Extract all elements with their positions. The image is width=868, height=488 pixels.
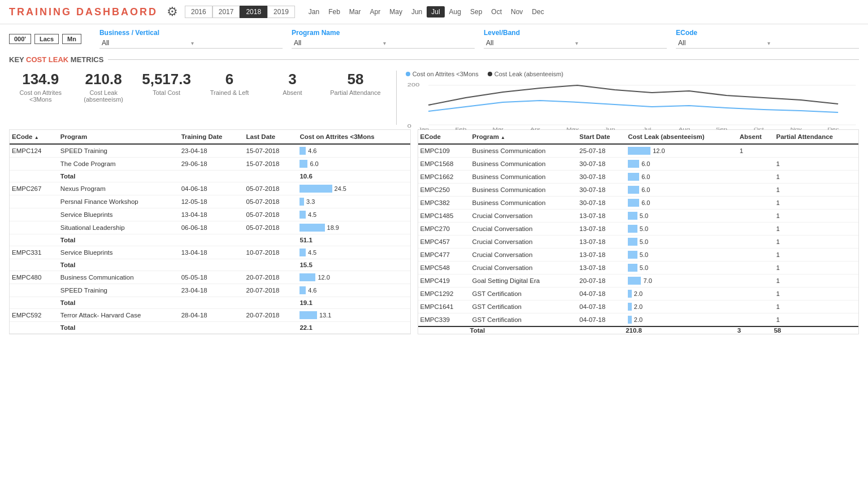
- cell-start-date-r: 30-07-18: [577, 197, 626, 210]
- filter-lb-select[interactable]: All ▾: [484, 38, 667, 49]
- col-ecode-right: ECode: [418, 130, 470, 144]
- month-navigation: Jan Feb Mar Apr May Jun Jul Aug Sep Oct …: [304, 6, 549, 18]
- right-table-wrapper[interactable]: ECode Program ▲ Start Date Cost Leak (ab…: [418, 129, 859, 334]
- month-mar[interactable]: Mar: [345, 6, 366, 18]
- cell-ecode: [10, 208, 58, 221]
- footer-partial: 58: [774, 326, 858, 334]
- table-row: Situational Leadership 06-06-18 05-07-20…: [10, 221, 410, 234]
- cell-absent-r: [737, 184, 774, 197]
- month-may[interactable]: May: [385, 6, 407, 18]
- cell-program: Total: [58, 259, 179, 271]
- footer-cost: 210.8: [626, 326, 737, 334]
- badge-mn: Mn: [62, 34, 81, 44]
- col-last-date: Last Date: [244, 130, 298, 144]
- cell-cost: 18.9: [297, 221, 410, 234]
- filter-pn-select[interactable]: All ▾: [292, 38, 475, 49]
- year-2016[interactable]: 2016: [185, 6, 212, 18]
- cell-program: Total: [58, 322, 179, 334]
- cell-ecode: [10, 234, 58, 246]
- cell-cost: 4.5: [297, 246, 410, 259]
- cell-last-date: 05-07-2018: [244, 195, 298, 208]
- table-row: Service Blueprints 13-04-18 05-07-2018 4…: [10, 208, 410, 221]
- cell-last-date: [244, 297, 298, 309]
- cell-program-r: Crucial Conversation: [470, 262, 578, 274]
- filter-ec-value: All: [678, 39, 767, 47]
- svg-text:200: 200: [407, 82, 420, 88]
- chevron-down-icon-4: ▾: [767, 40, 857, 46]
- cell-absent-r: [737, 223, 774, 236]
- cell-ecode: [10, 322, 58, 334]
- cell-ecode: [10, 195, 58, 208]
- year-2017[interactable]: 2017: [212, 6, 240, 18]
- cell-absent-r: [737, 158, 774, 171]
- cell-start-date-r: 13-07-18: [577, 236, 626, 249]
- metric-label-1: Cost Leak (absenteeism): [72, 89, 134, 103]
- cell-ecode: [10, 259, 58, 271]
- month-apr[interactable]: Apr: [366, 6, 385, 18]
- line-chart: 200 0 Jan Feb Mar Apr May Jun Jul Aug Se…: [406, 80, 859, 125]
- month-oct[interactable]: Oct: [487, 6, 506, 18]
- logo-icon: ⚙: [167, 5, 178, 19]
- cell-ecode: [10, 171, 58, 182]
- cell-absent-r: [737, 197, 774, 210]
- cell-absent-r: [737, 300, 774, 313]
- cell-cost-r: 2.0: [626, 313, 737, 327]
- metrics-left-panel: 134.9 Cost on Attrites <3Mons 210.8 Cost…: [9, 71, 397, 125]
- cell-partial-r: 1: [774, 171, 858, 184]
- metric-label-0: Cost on Attrites <3Mons: [9, 89, 72, 103]
- cell-start-date-r: 04-07-18: [577, 300, 626, 313]
- cell-partial-r: [774, 144, 858, 158]
- col-cost-leak: Cost Leak (absenteeism): [626, 130, 737, 144]
- month-jan[interactable]: Jan: [304, 6, 324, 18]
- left-table: ECode ▲ Program Training Date Last Date …: [10, 130, 410, 334]
- filter-bv-value: All: [102, 39, 191, 47]
- cell-program-r: Business Communication: [470, 184, 578, 197]
- cell-cost-r: 6.0: [626, 184, 737, 197]
- filter-ec-select[interactable]: All ▾: [676, 38, 859, 49]
- month-sep[interactable]: Sep: [466, 6, 487, 18]
- cell-cost: 19.1: [297, 297, 410, 309]
- cell-start-date-r: 04-07-18: [577, 313, 626, 327]
- cell-program: Business Communication: [58, 271, 179, 284]
- cell-cost: 22.1: [297, 322, 410, 334]
- cell-cost-r: 5.0: [626, 236, 737, 249]
- cell-last-date: [244, 259, 298, 271]
- col-partial: Partial Attendance: [774, 130, 858, 144]
- filter-pn-label: Program Name: [292, 29, 475, 37]
- cell-program: Situational Leadership: [58, 221, 179, 234]
- cell-partial-r: 1: [774, 197, 858, 210]
- month-aug[interactable]: Aug: [445, 6, 466, 18]
- month-jul[interactable]: Jul: [427, 6, 444, 18]
- footer-total-row: Total 210.8 3 58: [418, 326, 858, 334]
- filter-bv-select[interactable]: All ▾: [99, 38, 283, 49]
- section-title-text: KEY COST LEAK METRICS: [9, 55, 103, 64]
- left-table-wrapper[interactable]: ECode ▲ Program Training Date Last Date …: [9, 129, 411, 334]
- cell-program-r: Crucial Conversation: [470, 210, 578, 223]
- footer-total-label: Total: [470, 326, 578, 334]
- month-feb[interactable]: Feb: [324, 6, 345, 18]
- cell-train-date: 13-04-18: [179, 208, 244, 221]
- year-2018[interactable]: 2018: [240, 6, 267, 18]
- cell-cost: 4.6: [297, 144, 410, 158]
- cell-start-date-r: 13-07-18: [577, 262, 626, 274]
- cell-program: Total: [58, 297, 179, 309]
- cell-absent-r: [737, 274, 774, 287]
- metric-label-4: Absent: [261, 89, 324, 96]
- year-2019[interactable]: 2019: [267, 6, 295, 18]
- year-navigation: 2016 2017 2018 2019: [185, 6, 295, 18]
- metric-cost-attrites: 134.9 Cost on Attrites <3Mons: [9, 71, 72, 125]
- cell-last-date: 15-07-2018: [244, 144, 298, 158]
- table-row: Total 15.5: [10, 259, 410, 271]
- cell-train-date: [179, 171, 244, 182]
- month-nov[interactable]: Nov: [506, 6, 527, 18]
- svg-text:0: 0: [407, 123, 411, 129]
- metric-value-5: 58: [324, 71, 387, 88]
- cell-train-date: 23-04-18: [179, 284, 244, 297]
- month-jun[interactable]: Jun: [407, 6, 427, 18]
- cell-last-date: 20-07-2018: [244, 309, 298, 322]
- cell-ecode-r: EMPC339: [418, 313, 470, 327]
- cell-partial-r: 1: [774, 313, 858, 327]
- cell-program: Total: [58, 234, 179, 246]
- metric-value-4: 3: [261, 71, 324, 88]
- month-dec[interactable]: Dec: [527, 6, 548, 18]
